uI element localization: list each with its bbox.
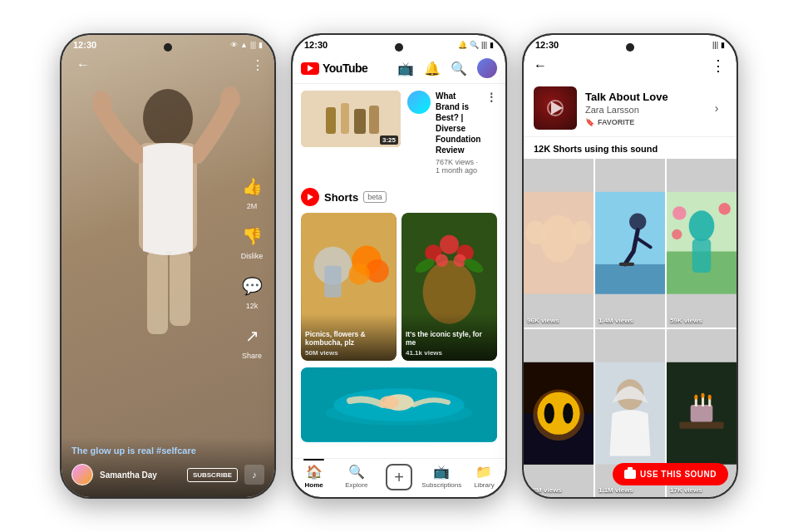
- comment-count: 12k: [246, 302, 259, 310]
- signal-icon: |||: [250, 41, 256, 49]
- more-button-3[interactable]: ⋮: [711, 57, 727, 75]
- phone3-header: ← ⋮: [524, 52, 736, 80]
- phone1-bg: 12:30 👁 ▲ ||| ▮ ← ⋮: [62, 35, 274, 497]
- creator-avatar[interactable]: [71, 464, 93, 485]
- short-label-2: It's the iconic style, for me 41.1k view…: [401, 313, 497, 361]
- nav-active-indicator: [303, 459, 325, 461]
- svg-point-43: [672, 206, 686, 219]
- nav-explore[interactable]: 🔍 Explore: [335, 459, 377, 497]
- like-button[interactable]: 👍 2M: [238, 172, 266, 210]
- notification-icon[interactable]: 🔔: [424, 61, 441, 76]
- signal-icon-3: |||: [712, 41, 718, 49]
- short-views-2: 41.1k views: [406, 349, 493, 357]
- phone1-bottom: The glow up is real #selfcare Samantha D…: [62, 437, 274, 497]
- video-duration: 3:25: [380, 135, 398, 145]
- favorite-button[interactable]: 🔖 FAVORITE: [585, 118, 698, 126]
- grid-item-3[interactable]: 59K views: [667, 159, 736, 328]
- notif-icon: 🔔: [458, 41, 467, 49]
- short-card-2[interactable]: It's the iconic style, for me 41.1k view…: [401, 213, 497, 361]
- music-icon[interactable]: ♪: [244, 465, 264, 485]
- short-title-1: Picnics, flowers & kombucha, plz: [305, 330, 366, 347]
- svg-point-49: [533, 389, 584, 440]
- search-icon-2: 🔍: [470, 41, 479, 49]
- svg-rect-7: [326, 107, 336, 134]
- home-label: Home: [304, 481, 323, 489]
- back-button-1[interactable]: ←: [71, 53, 95, 76]
- svg-point-20: [440, 235, 459, 254]
- share-label: Share: [242, 352, 262, 360]
- video-card[interactable]: 3:25 What Brand is Best? | Divers: [293, 84, 505, 181]
- svg-point-22: [436, 254, 448, 267]
- phone-2-screen: 12:30 🔔 🔍 ||| ▮ YouTube 📺 🔔 🔍: [293, 35, 505, 497]
- short-card-1[interactable]: Picnics, flowers & kombucha, plz 50M vie…: [301, 213, 397, 361]
- subscribe-button[interactable]: SUBSCRIBE: [187, 468, 238, 482]
- svg-rect-10: [369, 106, 379, 134]
- bookmark-icon: 🔖: [585, 118, 594, 126]
- svg-point-30: [379, 396, 399, 409]
- use-sound-label: USE THIS SOUND: [640, 470, 717, 479]
- grid3-art: [667, 159, 736, 328]
- video-info: What Brand is Best? | Diverse Foundation…: [436, 91, 480, 175]
- short-img-1: Picnics, flowers & kombucha, plz 50M vie…: [301, 213, 397, 361]
- cast-icon[interactable]: 📺: [397, 61, 414, 76]
- grid-item-4[interactable]: 1.2M views: [524, 329, 594, 498]
- nav-home[interactable]: 🏠 Home: [293, 459, 335, 497]
- svg-point-34: [571, 221, 592, 245]
- yt-logo[interactable]: YouTube: [301, 62, 397, 75]
- grid2-art: [595, 159, 665, 328]
- favorite-label: FAVORITE: [598, 118, 634, 126]
- svg-point-62: [708, 394, 712, 399]
- nav-library[interactable]: 📁 Library: [463, 459, 505, 497]
- yt-bottom-nav: 🏠 Home 🔍 Explore + 📺 Subscriptions 📁 Lib…: [293, 458, 505, 497]
- grid-views-5: 1.1M views: [598, 486, 633, 494]
- explore-label: Explore: [345, 481, 367, 489]
- phone1-actions: 👍 2M 👎 Dislike 💬 12k ↗ Share: [238, 172, 266, 360]
- short-img-2: It's the iconic style, for me 41.1k view…: [401, 213, 497, 361]
- dislike-button[interactable]: 👎 Dislike: [238, 222, 266, 260]
- grid-views-2: 1.4M views: [598, 317, 633, 324]
- next-song-button[interactable]: ›: [707, 98, 727, 118]
- user-avatar[interactable]: [477, 58, 497, 78]
- song-info-card: Talk About Love Zara Larsson 🔖 FAVORITE …: [524, 80, 736, 137]
- nav-subscriptions[interactable]: 📺 Subscriptions: [421, 459, 463, 497]
- video-sub-info: 767K views · 1 month ago: [436, 158, 480, 175]
- grid-item-2[interactable]: 1.4M views: [595, 159, 665, 328]
- search-icon-yt[interactable]: 🔍: [451, 61, 467, 76]
- pool-art: [301, 367, 497, 442]
- share-button[interactable]: ↗ Share: [238, 322, 266, 360]
- play-overlay: [551, 101, 563, 115]
- battery-icon-3: ▮: [721, 41, 725, 49]
- status-time-3: 12:30: [535, 40, 559, 50]
- video-thumbnail: 3:25: [301, 91, 401, 147]
- dislike-label: Dislike: [241, 252, 264, 260]
- svg-rect-8: [341, 103, 349, 134]
- svg-point-45: [672, 229, 682, 239]
- comment-button[interactable]: 💬 12k: [238, 272, 266, 310]
- album-art[interactable]: [534, 86, 577, 130]
- channel-avatar: [407, 91, 431, 114]
- grid1-art: [524, 159, 594, 328]
- yt-logo-icon: [301, 62, 319, 75]
- channel-row: What Brand is Best? | Diverse Foundation…: [407, 91, 497, 175]
- shorts-beta: beta: [363, 191, 387, 203]
- shorts-header: Shorts beta: [301, 188, 497, 206]
- svg-point-61: [701, 392, 704, 397]
- svg-point-0: [143, 89, 193, 147]
- svg-point-32: [539, 214, 577, 262]
- grid-item-1[interactable]: 96K views: [524, 159, 594, 328]
- phone3-content: 12:30 ||| ▮ ← ⋮ Talk About Love Zara Lar…: [524, 35, 736, 497]
- grid4-art: [524, 329, 594, 498]
- back-button-3[interactable]: ←: [534, 58, 547, 73]
- phone2-content: 12:30 🔔 🔍 ||| ▮ YouTube 📺 🔔 🔍: [293, 35, 505, 497]
- video-more-btn[interactable]: ⋮: [485, 91, 497, 104]
- use-sound-button[interactable]: USE THIS SOUND: [613, 463, 728, 485]
- shorts-title: Shorts: [324, 191, 358, 204]
- nav-add[interactable]: +: [377, 459, 420, 497]
- creator-name: Samantha Day: [100, 470, 180, 480]
- video-caption: The glow up is real #selfcare: [71, 446, 264, 456]
- svg-point-37: [629, 213, 646, 229]
- phone3-shorts-grid: 96K views 1.4M views: [524, 159, 736, 497]
- big-thumbnail[interactable]: [301, 367, 497, 442]
- user-row: Samantha Day SUBSCRIBE ♪: [71, 464, 264, 485]
- more-button-1[interactable]: ⋮: [251, 57, 264, 73]
